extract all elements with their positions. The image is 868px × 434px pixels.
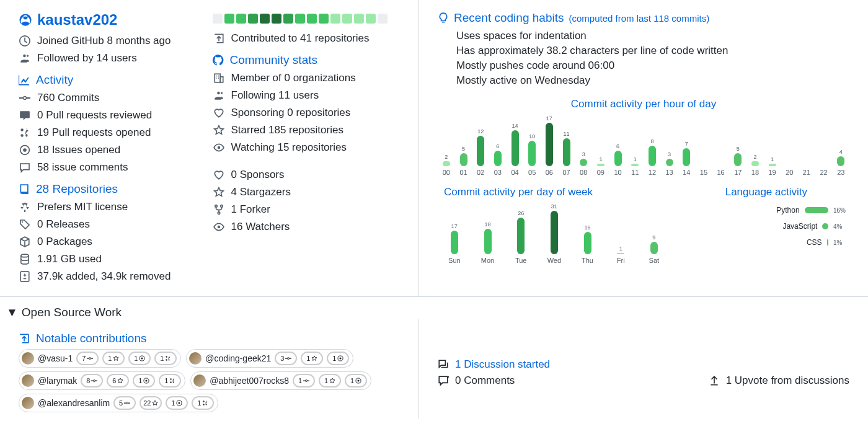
heart-icon: [213, 107, 225, 119]
discussion-icon: [438, 359, 449, 370]
tag-icon: [19, 218, 31, 231]
watchers-row: 16 Watchers: [213, 218, 401, 236]
contributed-row: Contributed to 41 repositories: [213, 30, 401, 47]
contrib-pill[interactable]: @coding-geek213 1 1: [186, 349, 353, 368]
package-icon: [19, 236, 31, 248]
pr-icon: [19, 126, 31, 139]
forker-row: 1 Forker: [213, 201, 401, 218]
joined-row: Joined GitHub 8 months ago: [19, 32, 206, 50]
orgs-row: Member of 0 organizations: [213, 69, 401, 87]
activity-heading[interactable]: Activity: [19, 73, 206, 87]
octo-icon: [213, 55, 224, 66]
eye-icon: [213, 221, 225, 233]
hour-chart-title: Commit activity per hour of day: [438, 98, 849, 110]
contrib-pill[interactable]: @vasu-17 1 1 1: [19, 349, 181, 368]
avatar-icon: [193, 374, 206, 387]
habits-list: Uses spaces for indentationHas approxima…: [456, 29, 849, 88]
person-icon: [19, 13, 32, 27]
avatar-icon: [22, 397, 34, 409]
sponsors-row: 0 Sponsors: [213, 166, 401, 184]
eye-icon: [213, 141, 225, 154]
lang-chart: Python16%JavaScript4%CSS1%: [683, 202, 849, 250]
issue-icon: [19, 144, 31, 156]
followed-row: Followed by 14 users: [19, 50, 206, 67]
community-heading[interactable]: Community stats: [213, 53, 401, 67]
avatar-icon: [22, 352, 34, 365]
username-text: kaustav202: [37, 11, 117, 29]
repos-heading[interactable]: 28 Repositories: [19, 182, 206, 196]
diff-row: 37.9k added, 34.9k removed: [19, 268, 206, 285]
graph-icon: [19, 74, 30, 86]
people-icon: [213, 89, 225, 102]
pr-reviewed-row: 0 Pull requests reviewed: [19, 107, 206, 124]
discussion-upvotes: 1 Upvote from discussions: [709, 373, 849, 389]
issues-row: 18 Issues opened: [19, 141, 206, 159]
username-heading: kaustav202: [19, 11, 206, 29]
heart-icon: [213, 169, 225, 181]
star-icon: [213, 186, 225, 198]
osw-heading[interactable]: ▼Open Source Work: [0, 297, 868, 319]
lang-chart-title: Language activity: [683, 186, 849, 198]
contrib-container: @vasu-17 1 1 1 @coding-geek213 1 1 @lary…: [19, 349, 400, 412]
habits-heading: Recent coding habits (computed from last…: [438, 11, 849, 25]
comment-out-icon: [438, 375, 449, 386]
comments-row: 58 issue comments: [19, 159, 206, 176]
contribution-squares: [213, 14, 401, 24]
packages-row: 0 Packages: [19, 233, 206, 250]
dow-chart-title: Commit activity per day of week: [444, 186, 671, 198]
arrow-up-icon: [709, 375, 720, 386]
commit-icon: [19, 92, 31, 104]
clock-icon: [19, 35, 31, 47]
discussion-comments: 0 Comments: [438, 373, 515, 389]
people-icon: [19, 52, 31, 64]
contrib-heading[interactable]: Notable contributions: [19, 332, 400, 345]
stargazers-row: 4 Stargazers: [213, 184, 401, 201]
starred-row: Starred 185 repositories: [213, 122, 401, 139]
star-icon: [213, 124, 225, 136]
fork-icon: [213, 203, 225, 216]
repo-icon: [19, 184, 30, 195]
bulb-icon: [438, 12, 449, 24]
pr-opened-row: 19 Pull requests opened: [19, 124, 206, 141]
releases-row: 0 Releases: [19, 216, 206, 233]
push-icon: [213, 32, 225, 45]
diff-icon: [19, 270, 31, 283]
contrib-pill[interactable]: @abhijeet007rocks81 1 1: [190, 371, 371, 390]
watching-row: Watching 15 repositories: [213, 139, 401, 156]
dow-chart: 17Sun18Mon26Tue31Wed16Thu1Fri9Sat: [438, 202, 671, 264]
contrib-pill[interactable]: @larymak8 6 1 1: [19, 371, 185, 390]
triangle-down-icon: ▼: [6, 306, 18, 319]
license-row: Prefers MIT license: [19, 198, 206, 216]
disk-row: 1.91 GB used: [19, 250, 206, 268]
avatar-icon: [22, 374, 34, 387]
database-icon: [19, 253, 31, 265]
hour-chart: 2005011202603140410051706110730810961011…: [438, 114, 849, 176]
comment-icon: [19, 161, 31, 174]
org-icon: [213, 72, 225, 84]
review-icon: [19, 109, 31, 122]
avatar-icon: [189, 352, 202, 365]
law-icon: [19, 201, 31, 213]
habits-subtitle: (computed from last 118 commits): [569, 13, 709, 24]
commits-row: 760 Commits: [19, 89, 206, 107]
push-icon: [19, 333, 30, 344]
contrib-pill[interactable]: @alexandresanlim5 22 1 1: [19, 394, 218, 412]
following-row: Following 11 users: [213, 87, 401, 104]
sponsoring-row: Sponsoring 0 repositories: [213, 104, 401, 122]
discussion-started[interactable]: 1 Discussion started: [438, 356, 849, 373]
